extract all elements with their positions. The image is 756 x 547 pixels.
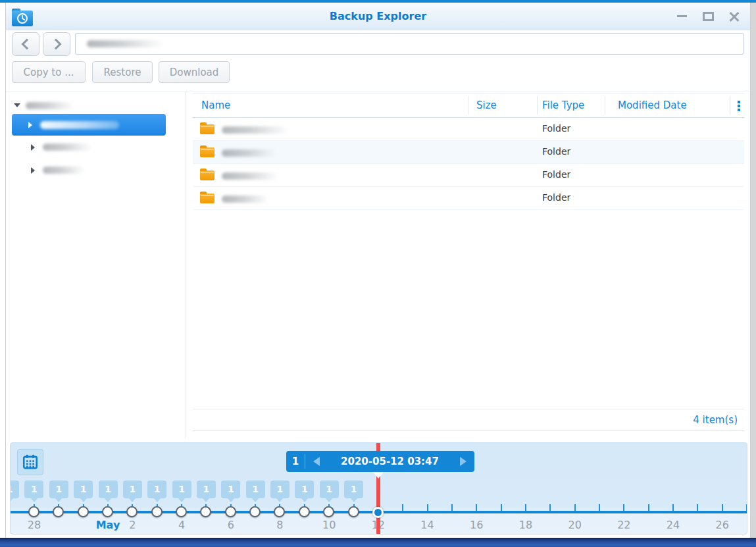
snapshot-count-badge[interactable]: 1: [270, 481, 290, 498]
column-header-name[interactable]: Name: [201, 99, 230, 111]
expand-icon[interactable]: [28, 122, 32, 128]
day-label: 24: [657, 519, 690, 531]
column-divider: [468, 96, 468, 115]
sidebar-item[interactable]: [12, 114, 166, 136]
snapshot-node[interactable]: [102, 506, 113, 517]
day-tick: [672, 504, 674, 511]
arrow-left-icon: [313, 457, 320, 466]
day-tick: [501, 504, 502, 511]
file-table-body: FolderFolderFolderFolder: [193, 118, 744, 210]
snapshot-count-badge[interactable]: 1: [172, 481, 191, 498]
back-button[interactable]: [12, 32, 39, 56]
column-header-modified-date[interactable]: Modified Date: [618, 99, 687, 111]
toolbar: Copy to ... Restore Download: [6, 58, 750, 91]
sidebar-item[interactable]: [6, 159, 185, 182]
next-snapshot-button[interactable]: [452, 457, 474, 466]
table-row[interactable]: Folder: [193, 141, 744, 164]
forward-button[interactable]: [43, 32, 70, 56]
snapshot-count-badge[interactable]: 1: [221, 481, 240, 498]
snapshot-node[interactable]: [200, 506, 211, 517]
redacted-label: [26, 102, 73, 109]
table-row[interactable]: Folder: [193, 187, 744, 210]
file-type-cell: Folder: [542, 146, 570, 157]
snapshot-count-badge[interactable]: 1: [344, 481, 363, 498]
snapshot-count-badge[interactable]: 1: [295, 481, 314, 498]
day-label: 4: [165, 519, 198, 531]
day-tick: [427, 504, 428, 511]
chevron-left-icon: [21, 39, 32, 50]
snapshot-count-badge[interactable]: 1: [99, 481, 118, 498]
day-label: 8: [263, 519, 296, 531]
day-tick: [746, 504, 747, 511]
snapshot-node[interactable]: [348, 506, 359, 517]
desktop-edge-right: [751, 3, 756, 538]
maximize-button[interactable]: [701, 10, 715, 23]
snapshot-node[interactable]: [151, 506, 163, 517]
previous-snapshot-button[interactable]: [305, 457, 328, 466]
close-button[interactable]: [728, 10, 741, 23]
path-input[interactable]: [75, 33, 744, 55]
minimize-icon: [677, 15, 687, 17]
table-row[interactable]: Folder: [193, 118, 744, 141]
expand-icon[interactable]: [31, 144, 35, 151]
snapshot-node[interactable]: [323, 506, 334, 517]
day-label: 20: [559, 519, 592, 531]
desktop-edge-bottom: [0, 538, 756, 547]
day-tick: [549, 504, 551, 511]
snapshot-node[interactable]: [176, 506, 187, 517]
arrow-right-icon: [460, 457, 466, 466]
download-button[interactable]: Download: [159, 61, 230, 83]
day-label: 6: [214, 519, 247, 531]
minimize-button[interactable]: [675, 10, 688, 23]
column-header-file-type[interactable]: File Type: [542, 99, 584, 111]
collapse-icon[interactable]: [14, 103, 20, 107]
snapshot-node[interactable]: [299, 506, 310, 517]
snapshot-node[interactable]: [126, 506, 138, 517]
backup-explorer-app: Backup Explorer Copy to ... Restore Down…: [0, 0, 756, 547]
snapshot-count-badge[interactable]: 1: [246, 481, 265, 498]
sidebar-tree: [6, 91, 185, 438]
snapshot-node[interactable]: [274, 506, 285, 517]
sidebar-item[interactable]: [6, 136, 185, 159]
table-row[interactable]: Folder: [193, 164, 744, 187]
snapshot-count-badge[interactable]: 1: [10, 481, 19, 498]
redacted-label: [40, 121, 119, 129]
day-tick: [525, 504, 526, 511]
snapshot-count-badge[interactable]: 1: [24, 481, 43, 498]
redacted-file-name: [222, 195, 268, 203]
calendar-button[interactable]: [17, 449, 43, 475]
day-tick: [722, 504, 723, 511]
day-tick: [599, 504, 600, 511]
redacted-file-name: [222, 149, 274, 157]
snapshot-count-badge[interactable]: 1: [123, 481, 142, 498]
day-tick: [476, 504, 477, 511]
snapshot-count-badge[interactable]: 1: [74, 481, 93, 498]
timeline-panel: 1128111May121141161181110112141618202224…: [10, 442, 747, 534]
redacted-label: [43, 167, 84, 174]
day-tick: [697, 504, 698, 511]
day-tick: [648, 504, 649, 511]
snapshot-count-badge[interactable]: 1: [197, 481, 216, 498]
snapshot-node[interactable]: [28, 506, 39, 517]
snapshot-count-badge[interactable]: 1: [320, 481, 339, 498]
snapshot-node[interactable]: [53, 506, 64, 517]
tooltip-pointer-icon: [373, 472, 384, 484]
maximize-icon: [703, 12, 714, 21]
restore-button[interactable]: Restore: [92, 61, 153, 83]
snapshot-node[interactable]: [78, 506, 89, 517]
copy-to-button[interactable]: Copy to ...: [12, 61, 86, 83]
day-label: 14: [411, 519, 444, 531]
folder-icon: [200, 124, 214, 134]
expand-icon[interactable]: [31, 167, 35, 174]
window-title: Backup Explorer: [6, 3, 750, 30]
snapshot-node[interactable]: [225, 506, 236, 517]
snapshot-count-badge[interactable]: 1: [147, 481, 166, 498]
snapshot-node[interactable]: [249, 506, 261, 517]
sidebar-item[interactable]: [6, 97, 185, 114]
snapshot-date: 2020-05-12 03:47: [328, 456, 452, 467]
column-header-size[interactable]: Size: [476, 99, 497, 111]
current-position-dot[interactable]: [372, 507, 384, 518]
snapshot-count-badge[interactable]: 1: [49, 481, 68, 498]
column-divider: [730, 96, 730, 115]
column-settings-icon[interactable]: [736, 99, 742, 113]
